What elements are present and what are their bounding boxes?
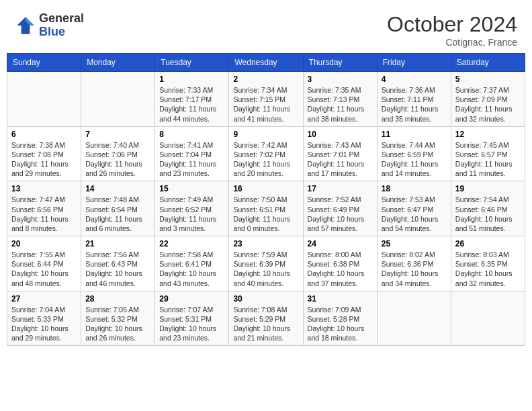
- day-number: 26: [455, 239, 521, 248]
- day-number: 31: [308, 294, 373, 304]
- day-number: 19: [455, 184, 521, 193]
- day-number: 13: [11, 184, 77, 193]
- day-number: 7: [85, 130, 150, 139]
- logo-icon: [15, 15, 36, 36]
- calendar-cell: 7Sunrise: 7:40 AMSunset: 7:06 PMDaylight…: [81, 126, 155, 181]
- calendar-cell: [7, 72, 81, 127]
- calendar-cell: 31Sunrise: 7:09 AMSunset: 5:28 PMDayligh…: [303, 291, 377, 346]
- calendar-cell: 29Sunrise: 7:07 AMSunset: 5:31 PMDayligh…: [155, 291, 229, 346]
- calendar-cell: 20Sunrise: 7:55 AMSunset: 6:44 PMDayligh…: [7, 236, 81, 291]
- calendar-cell: 16Sunrise: 7:50 AMSunset: 6:51 PMDayligh…: [229, 181, 303, 236]
- logo-text: General Blue: [39, 12, 84, 39]
- calendar-cell: 5Sunrise: 7:37 AMSunset: 7:09 PMDaylight…: [451, 72, 525, 127]
- day-number: 23: [233, 239, 298, 248]
- logo: General Blue: [15, 12, 84, 39]
- location-subtitle: Cotignac, France: [387, 37, 517, 48]
- calendar-cell: [377, 291, 451, 346]
- day-number: 18: [382, 184, 447, 193]
- day-info: Sunrise: 7:53 AMSunset: 6:47 PMDaylight:…: [382, 195, 447, 233]
- calendar-cell: 15Sunrise: 7:49 AMSunset: 6:52 PMDayligh…: [155, 181, 229, 236]
- day-number: 9: [233, 130, 298, 139]
- calendar-cell: 30Sunrise: 7:08 AMSunset: 5:29 PMDayligh…: [229, 291, 303, 346]
- month-title: October 2024: [387, 12, 517, 37]
- calendar-week-row: 27Sunrise: 7:04 AMSunset: 5:33 PMDayligh…: [7, 291, 525, 346]
- day-info: Sunrise: 7:36 AMSunset: 7:11 PMDaylight:…: [382, 85, 447, 124]
- calendar-cell: [81, 72, 155, 127]
- weekday-header-saturday: Saturday: [451, 54, 525, 72]
- day-number: 11: [382, 130, 447, 139]
- day-number: 28: [85, 294, 150, 304]
- weekday-header-tuesday: Tuesday: [155, 54, 229, 72]
- day-info: Sunrise: 7:42 AMSunset: 7:02 PMDaylight:…: [233, 140, 298, 179]
- day-info: Sunrise: 7:47 AMSunset: 6:56 PMDaylight:…: [11, 195, 77, 233]
- day-info: Sunrise: 7:05 AMSunset: 5:32 PMDaylight:…: [85, 305, 150, 343]
- calendar-cell: 9Sunrise: 7:42 AMSunset: 7:02 PMDaylight…: [229, 126, 303, 181]
- calendar-cell: 23Sunrise: 7:59 AMSunset: 6:39 PMDayligh…: [229, 236, 303, 291]
- day-info: Sunrise: 7:40 AMSunset: 7:06 PMDaylight:…: [85, 140, 150, 179]
- weekday-header-thursday: Thursday: [303, 54, 377, 72]
- calendar-cell: 28Sunrise: 7:05 AMSunset: 5:32 PMDayligh…: [81, 291, 155, 346]
- day-number: 29: [159, 294, 224, 304]
- day-info: Sunrise: 8:02 AMSunset: 6:36 PMDaylight:…: [382, 250, 447, 288]
- calendar-week-row: 13Sunrise: 7:47 AMSunset: 6:56 PMDayligh…: [7, 181, 525, 236]
- logo-blue-text: Blue: [39, 26, 84, 39]
- calendar-body: 1Sunrise: 7:33 AMSunset: 7:17 PMDaylight…: [7, 72, 525, 346]
- calendar-cell: 4Sunrise: 7:36 AMSunset: 7:11 PMDaylight…: [377, 72, 451, 127]
- day-info: Sunrise: 7:55 AMSunset: 6:44 PMDaylight:…: [11, 250, 77, 288]
- page-header: General Blue October 2024 Cotignac, Fran…: [7, 7, 525, 50]
- calendar-cell: 25Sunrise: 8:02 AMSunset: 6:36 PMDayligh…: [377, 236, 451, 291]
- day-info: Sunrise: 7:33 AMSunset: 7:17 PMDaylight:…: [159, 85, 224, 124]
- day-number: 22: [159, 239, 224, 248]
- day-number: 14: [85, 184, 150, 193]
- day-number: 30: [233, 294, 298, 304]
- day-info: Sunrise: 7:44 AMSunset: 6:59 PMDaylight:…: [382, 140, 447, 179]
- day-number: 3: [308, 75, 373, 84]
- day-info: Sunrise: 7:54 AMSunset: 6:46 PMDaylight:…: [455, 195, 521, 233]
- weekday-header-row: SundayMondayTuesdayWednesdayThursdayFrid…: [7, 54, 525, 72]
- day-number: 10: [308, 130, 373, 139]
- calendar-cell: 17Sunrise: 7:52 AMSunset: 6:49 PMDayligh…: [303, 181, 377, 236]
- day-info: Sunrise: 7:38 AMSunset: 7:08 PMDaylight:…: [11, 140, 77, 179]
- day-info: Sunrise: 7:59 AMSunset: 6:39 PMDaylight:…: [233, 250, 298, 288]
- weekday-header-wednesday: Wednesday: [229, 54, 303, 72]
- logo-general-text: General: [39, 12, 84, 26]
- day-number: 12: [455, 130, 521, 139]
- calendar-cell: 2Sunrise: 7:34 AMSunset: 7:15 PMDaylight…: [229, 72, 303, 127]
- day-number: 25: [382, 239, 447, 248]
- calendar-header: SundayMondayTuesdayWednesdayThursdayFrid…: [7, 54, 525, 72]
- calendar-cell: 24Sunrise: 8:00 AMSunset: 6:38 PMDayligh…: [303, 236, 377, 291]
- weekday-header-sunday: Sunday: [7, 54, 81, 72]
- day-info: Sunrise: 7:41 AMSunset: 7:04 PMDaylight:…: [159, 140, 224, 179]
- day-number: 20: [11, 239, 77, 248]
- day-number: 24: [308, 239, 373, 248]
- day-number: 6: [11, 130, 77, 139]
- day-info: Sunrise: 8:03 AMSunset: 6:35 PMDaylight:…: [455, 250, 521, 288]
- calendar-cell: 21Sunrise: 7:56 AMSunset: 6:43 PMDayligh…: [81, 236, 155, 291]
- day-number: 1: [159, 75, 224, 84]
- day-info: Sunrise: 7:37 AMSunset: 7:09 PMDaylight:…: [455, 85, 521, 124]
- calendar-cell: 8Sunrise: 7:41 AMSunset: 7:04 PMDaylight…: [155, 126, 229, 181]
- day-number: 16: [233, 184, 298, 193]
- day-number: 27: [11, 294, 77, 304]
- calendar-cell: 18Sunrise: 7:53 AMSunset: 6:47 PMDayligh…: [377, 181, 451, 236]
- day-info: Sunrise: 7:35 AMSunset: 7:13 PMDaylight:…: [308, 85, 373, 124]
- calendar-cell: 1Sunrise: 7:33 AMSunset: 7:17 PMDaylight…: [155, 72, 229, 127]
- calendar-cell: 14Sunrise: 7:48 AMSunset: 6:54 PMDayligh…: [81, 181, 155, 236]
- title-block: October 2024 Cotignac, France: [387, 12, 517, 48]
- day-info: Sunrise: 7:50 AMSunset: 6:51 PMDaylight:…: [233, 195, 298, 233]
- day-info: Sunrise: 7:45 AMSunset: 6:57 PMDaylight:…: [455, 140, 521, 179]
- calendar-week-row: 20Sunrise: 7:55 AMSunset: 6:44 PMDayligh…: [7, 236, 525, 291]
- calendar-cell: 26Sunrise: 8:03 AMSunset: 6:35 PMDayligh…: [451, 236, 525, 291]
- calendar-week-row: 6Sunrise: 7:38 AMSunset: 7:08 PMDaylight…: [7, 126, 525, 181]
- day-number: 15: [159, 184, 224, 193]
- day-number: 21: [85, 239, 150, 248]
- day-info: Sunrise: 7:34 AMSunset: 7:15 PMDaylight:…: [233, 85, 298, 124]
- weekday-header-monday: Monday: [81, 54, 155, 72]
- calendar-cell: 6Sunrise: 7:38 AMSunset: 7:08 PMDaylight…: [7, 126, 81, 181]
- day-number: 8: [159, 130, 224, 139]
- weekday-header-friday: Friday: [377, 54, 451, 72]
- day-info: Sunrise: 8:00 AMSunset: 6:38 PMDaylight:…: [308, 250, 373, 288]
- day-info: Sunrise: 7:52 AMSunset: 6:49 PMDaylight:…: [308, 195, 373, 233]
- day-info: Sunrise: 7:09 AMSunset: 5:28 PMDaylight:…: [308, 305, 373, 343]
- day-info: Sunrise: 7:04 AMSunset: 5:33 PMDaylight:…: [11, 305, 77, 343]
